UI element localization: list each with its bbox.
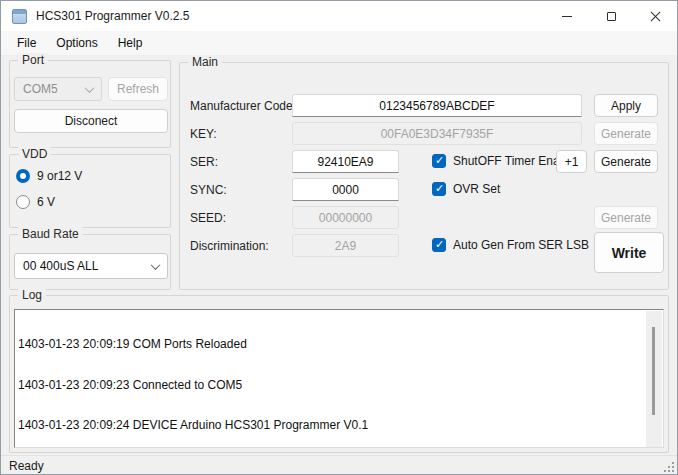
generate-key-button: Generate (594, 122, 658, 145)
manufacturer-code-label: Manufacturer Code: (190, 99, 296, 113)
port-combobox: COM5 (14, 77, 102, 101)
ovr-set-checkbox[interactable]: OVR Set (432, 182, 500, 196)
port-group: Port COM5 Refresh Disconect (9, 60, 171, 148)
log-listbox[interactable]: 1403-01-23 20:09:19 COM Ports Reloaded 1… (14, 309, 664, 448)
vdd-radio-6v-label: 6 V (37, 195, 55, 209)
auto-gen-checkbox[interactable]: Auto Gen From SER LSB (432, 238, 589, 252)
status-text: Ready (9, 459, 44, 473)
chevron-down-icon (85, 83, 95, 93)
title-bar[interactable]: HCS301 Programmer V0.2.5 (1, 1, 677, 31)
generate-ser-button[interactable]: Generate (594, 150, 658, 173)
shutoff-timer-checkbox[interactable]: ShutOFF Timer Enable (432, 154, 576, 168)
ovr-set-label: OVR Set (453, 182, 500, 196)
minimize-icon (562, 16, 572, 17)
ser-label: SER: (190, 155, 218, 169)
maximize-icon (607, 12, 616, 21)
auto-gen-label: Auto Gen From SER LSB (453, 238, 589, 252)
vdd-radio-9or12-label: 9 or12 V (37, 169, 82, 183)
vdd-group-title: VDD (18, 147, 51, 161)
minimize-button[interactable] (545, 1, 589, 31)
baud-rate-combobox[interactable]: 00 400uS ALL (14, 253, 168, 279)
baud-rate-combobox-value: 00 400uS ALL (23, 259, 98, 273)
vdd-radio-9or12[interactable]: 9 or12 V (16, 169, 82, 183)
generate-seed-button: Generate (594, 206, 658, 229)
manufacturer-code-input[interactable] (292, 94, 582, 117)
vdd-radio-6v[interactable]: 6 V (16, 195, 55, 209)
log-scrollbar-thumb[interactable] (652, 327, 655, 415)
menu-file[interactable]: File (7, 32, 46, 54)
log-scrollbar[interactable] (646, 311, 662, 447)
apply-button[interactable]: Apply (594, 94, 658, 117)
key-label: KEY: (190, 127, 217, 141)
seed-input (292, 206, 399, 229)
sync-label: SYNC: (190, 183, 227, 197)
key-input (292, 122, 582, 145)
seed-label: SEED: (190, 211, 226, 225)
plus-one-button[interactable]: +1 (556, 150, 587, 173)
menu-help[interactable]: Help (108, 32, 153, 54)
main-group-title: Main (188, 55, 222, 69)
baud-rate-group: Baud Rate 00 400uS ALL (9, 234, 171, 290)
app-icon (12, 9, 27, 24)
log-group: Log 1403-01-23 20:09:19 COM Ports Reload… (9, 295, 669, 453)
log-line: 1403-01-23 20:09:24 DEVICE Arduino HCS30… (18, 419, 660, 433)
ser-input[interactable] (292, 150, 399, 173)
discrimination-label: Discrimination: (190, 239, 269, 253)
checkbox-checked-icon (432, 182, 446, 196)
baud-rate-group-title: Baud Rate (18, 227, 83, 241)
resize-grip[interactable] (664, 462, 674, 472)
log-group-title: Log (18, 288, 46, 302)
main-group: Main Manufacturer Code: Apply KEY: Gener… (179, 62, 669, 290)
log-line: 1403-01-23 20:09:19 COM Ports Reloaded (18, 338, 660, 352)
refresh-button: Refresh (108, 77, 168, 101)
menu-options[interactable]: Options (46, 32, 107, 54)
log-line: 1403-01-23 20:09:23 Connected to COM5 (18, 379, 660, 393)
close-icon (650, 11, 661, 22)
radio-unselected-icon (16, 195, 30, 209)
sync-input[interactable] (292, 178, 399, 201)
close-button[interactable] (633, 1, 677, 31)
disconnect-button[interactable]: Disconect (14, 109, 168, 133)
port-combobox-value: COM5 (23, 82, 58, 96)
app-window: HCS301 Programmer V0.2.5 File Options He… (0, 0, 678, 475)
window-title: HCS301 Programmer V0.2.5 (36, 9, 189, 23)
write-button[interactable]: Write (594, 232, 664, 273)
discrimination-input (292, 234, 399, 257)
checkbox-checked-icon (432, 154, 446, 168)
chevron-down-icon (151, 260, 161, 270)
status-bar: Ready (1, 455, 677, 475)
maximize-button[interactable] (589, 1, 633, 31)
menu-bar: File Options Help (1, 31, 677, 56)
port-group-title: Port (18, 53, 48, 67)
radio-selected-icon (16, 169, 30, 183)
vdd-group: VDD 9 or12 V 6 V (9, 154, 171, 228)
checkbox-checked-icon (432, 238, 446, 252)
